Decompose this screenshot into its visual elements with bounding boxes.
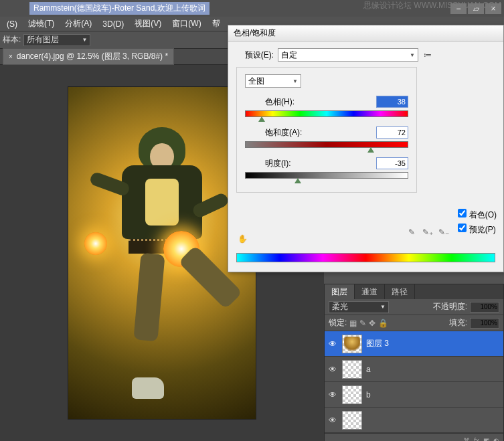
dancer-figure [102,127,222,408]
visibility-icon[interactable]: 👁 [327,364,338,375]
sample-label: 样本: [3,34,21,46]
orb-icon [84,232,107,255]
document-tab-label: dancer(4).jpg @ 12.5% (图层 3, RGB/8#) * [17,51,168,62]
layer-list: 👁 图层 3 👁 a 👁 b 👁 [325,331,503,433]
lock-paint-icon[interactable]: ✎ [359,319,366,328]
layer-thumbnail[interactable] [342,360,362,379]
layer-thumbnail[interactable] [342,335,362,353]
lock-transparency-icon[interactable]: ▦ [349,319,357,328]
menu-item[interactable]: 3D(D) [97,18,129,30]
visibility-icon[interactable]: 👁 [327,415,338,426]
lightness-slider[interactable] [245,172,408,179]
eyedropper-minus-icon[interactable]: ✎₋ [438,226,450,238]
adjustment-layer-icon[interactable]: ◐ [493,437,499,441]
close-icon[interactable]: × [9,53,13,60]
link-layers-icon[interactable]: ⌘ [463,437,470,441]
dialog-title[interactable]: 色相/饱和度 [228,25,503,41]
chevron-down-icon: ▼ [380,304,386,310]
colorize-checkbox[interactable]: 着色(O) [458,209,497,221]
layer-row[interactable]: 👁 b [325,382,503,408]
range-dropdown[interactable]: 全图▼ [245,74,301,88]
menu-item[interactable]: 分析(A) [60,17,97,31]
lightness-label: 明度(I): [265,158,376,169]
lock-label: 锁定: [329,317,347,329]
lightness-input[interactable] [376,157,408,169]
layer-name: a [366,365,371,374]
eyedropper-group: ✎ ✎₊ ✎₋ [406,226,450,238]
menu-item[interactable]: (S) [1,18,23,30]
visibility-icon[interactable]: 👁 [327,389,338,400]
scrub-hand-icon[interactable]: ✋ [238,234,248,244]
watermark: 思缘设计论坛 WWW.MISSYUAN.COM [363,0,501,11]
lock-all-icon[interactable]: 🔒 [378,319,388,328]
layer-name: b [366,390,371,400]
layer-fx-icon[interactable]: fx [474,437,479,441]
hue-range-bar[interactable] [236,253,495,262]
opacity-label: 不透明度: [433,301,467,313]
menu-item[interactable]: 帮 [207,17,226,31]
tab-paths[interactable]: 路径 [385,284,415,299]
saturation-slider[interactable] [245,141,408,148]
tab-channels[interactable]: 通道 [355,284,385,299]
layer-row[interactable]: 👁 a [325,357,503,382]
preset-label: 预设(E): [236,50,274,61]
preset-dropdown[interactable]: 自定▼ [278,48,418,62]
document-tab[interactable]: × dancer(4).jpg @ 12.5% (图层 3, RGB/8#) * [3,48,174,65]
layer-name: 图层 3 [366,338,389,349]
chevron-down-icon: ▼ [292,78,298,84]
blend-mode-dropdown[interactable]: 柔光▼ [329,301,389,313]
menu-item[interactable]: 滤镜(T) [23,17,60,31]
eyedropper-plus-icon[interactable]: ✎₊ [422,226,434,238]
hue-saturation-dialog: 色相/饱和度 预设(E): 自定▼ ≔ 确定 复位 全图▼ 色相(H): [228,25,504,272]
layers-footer: ⌘ fx ◩ ◐ [325,433,503,441]
layer-thumbnail[interactable] [342,385,362,404]
layers-panel: 图层 通道 路径 柔光▼ 不透明度: 锁定: ▦ ✎ ✥ 🔒 填充: 👁 图层 … [324,284,504,441]
hue-label: 色相(H): [265,96,376,108]
opacity-input[interactable] [470,302,499,313]
visibility-icon[interactable]: 👁 [327,339,338,349]
preview-checkbox[interactable]: 预览(P) [458,224,497,236]
chevron-down-icon: ▼ [410,52,415,58]
preset-menu-icon[interactable]: ≔ [424,50,432,60]
menu-item[interactable]: 视图(V) [129,17,167,31]
hue-input[interactable] [376,96,408,108]
layer-row[interactable]: 👁 [325,408,503,433]
layer-row[interactable]: 👁 图层 3 [325,331,503,357]
fill-input[interactable] [470,318,499,329]
menu-item[interactable]: 窗口(W) [167,17,206,31]
tab-layers[interactable]: 图层 [325,284,355,299]
eyedropper-icon[interactable]: ✎ [406,226,418,238]
fill-label: 填充: [449,317,467,329]
lock-position-icon[interactable]: ✥ [369,319,375,328]
chevron-down-icon: ▼ [82,37,87,43]
titlebar-song: Rammstein(德国战车)-Roter Sand,欢迎上传歌词 [29,2,209,15]
saturation-input[interactable] [376,126,408,139]
hue-slider[interactable] [245,110,408,117]
layer-thumbnail[interactable] [342,411,362,430]
sample-combo[interactable]: 所有图层▼ [23,34,90,46]
saturation-label: 饱和度(A): [265,127,376,139]
layer-mask-icon[interactable]: ◩ [483,437,489,441]
slider-group: 全图▼ 色相(H): 饱和度(A): 明度(I): [236,67,417,193]
